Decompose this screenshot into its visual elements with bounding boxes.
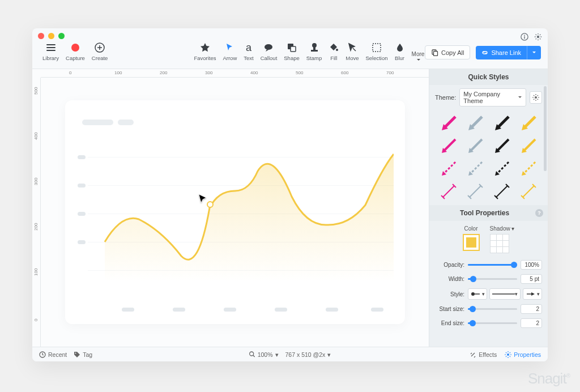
style-preset[interactable] (489, 157, 515, 180)
svg-point-34 (75, 352, 76, 353)
style-preset[interactable] (462, 157, 488, 180)
minimize-icon[interactable] (48, 33, 54, 39)
endsize-label: End size: (435, 320, 464, 326)
more-button[interactable]: More (412, 51, 425, 57)
label: Create (92, 55, 108, 61)
width-slider[interactable] (468, 278, 517, 280)
svg-point-6 (265, 44, 272, 50)
svg-line-20 (470, 186, 481, 197)
create-button[interactable]: Create (88, 42, 112, 61)
line-style-select[interactable]: ▾ (489, 288, 521, 300)
opacity-value[interactable]: 100% (521, 260, 542, 270)
stamp-tool[interactable]: Stamp (303, 42, 325, 61)
svg-point-36 (507, 353, 509, 356)
properties-button[interactable]: Properties (505, 351, 541, 358)
opacity-slider[interactable] (468, 264, 517, 266)
shape-tool[interactable]: Shape (280, 42, 302, 61)
svg-rect-8 (291, 46, 296, 52)
statusbar: Recent Tag 100% ▾ 767 x 510 @2x ▾ Effect… (32, 347, 548, 361)
chart-line (88, 146, 394, 282)
theme-label: Theme: (435, 94, 456, 101)
width-value[interactable]: 5 pt (521, 274, 542, 284)
style-preset[interactable] (515, 180, 542, 203)
svg-point-4 (71, 44, 79, 52)
svg-point-3 (537, 36, 539, 38)
move-tool[interactable]: Move (342, 42, 362, 61)
style-preset[interactable] (489, 112, 515, 135)
tool-props-header: Tool Properties? (429, 205, 548, 221)
theme-settings-button[interactable] (530, 91, 542, 104)
capture-button[interactable]: Capture (62, 42, 88, 61)
effects-button[interactable]: Effects (470, 351, 497, 358)
share-link-button[interactable]: Share Link (476, 46, 541, 59)
label: Copy All (441, 49, 464, 56)
startsize-value[interactable]: 2 (521, 304, 542, 314)
chart-marker[interactable] (207, 201, 214, 208)
endsize-slider[interactable] (468, 322, 517, 324)
color-label: Color (463, 225, 480, 232)
opacity-label: Opacity: (435, 262, 464, 268)
right-panel: Quick Styles Theme: My Company Theme Too… (429, 69, 548, 347)
style-preset[interactable] (515, 157, 542, 180)
label: Favorites (194, 55, 216, 61)
startsize-slider[interactable] (468, 308, 517, 310)
style-preset[interactable] (435, 157, 462, 180)
style-preset[interactable] (515, 112, 542, 135)
recent-button[interactable]: Recent (39, 351, 67, 358)
ruler-horizontal: 010020030040050060070080 (41, 69, 429, 78)
share-dropdown[interactable] (527, 46, 541, 59)
label: Share Link (491, 49, 521, 56)
chart-card (65, 100, 405, 324)
copy-all-button[interactable]: Copy All (425, 45, 470, 59)
fill-tool[interactable]: Fill (325, 42, 342, 61)
style-preset[interactable] (435, 112, 462, 135)
tag-button[interactable]: Tag (74, 351, 92, 358)
shadow-label: Shadow ▾ (490, 225, 515, 232)
svg-line-26 (523, 186, 534, 197)
arrow-tool[interactable]: Arrow (219, 42, 240, 61)
style-preset[interactable] (489, 180, 515, 203)
style-preset[interactable] (435, 180, 462, 203)
label: Move (346, 55, 359, 61)
quick-styles-header: Quick Styles (429, 69, 548, 85)
canvas[interactable] (41, 78, 429, 347)
selection-tool[interactable]: Selection (362, 42, 391, 61)
svg-point-35 (250, 352, 254, 356)
favorites-button[interactable]: Favorites (190, 42, 219, 61)
library-button[interactable]: Library (39, 42, 62, 61)
style-preset[interactable] (462, 135, 488, 157)
end-cap-select[interactable]: ▾ (523, 288, 542, 300)
scrollbar[interactable] (544, 86, 547, 171)
label: Capture (66, 55, 85, 61)
styles-grid (429, 110, 548, 205)
text-tool[interactable]: aText (240, 42, 257, 61)
blur-tool[interactable]: Blur (391, 42, 408, 61)
label: Arrow (223, 55, 237, 61)
svg-line-23 (496, 186, 508, 197)
canvas-area: 010020030040050060070080 500400300200100… (32, 69, 429, 347)
chart (88, 157, 394, 301)
style-preset[interactable] (515, 135, 542, 157)
close-icon[interactable] (38, 33, 44, 39)
help-icon[interactable]: ? (535, 209, 543, 217)
color-swatch[interactable] (463, 234, 480, 251)
label: Library (42, 55, 59, 61)
style-preset[interactable] (489, 135, 515, 157)
shadow-picker[interactable] (490, 234, 509, 253)
style-preset[interactable] (462, 112, 488, 135)
dimensions-display[interactable]: 767 x 510 @2x ▾ (285, 351, 331, 358)
svg-point-29 (471, 292, 475, 296)
style-label: Style: (435, 291, 464, 297)
svg-line-17 (443, 186, 454, 197)
titlebar (32, 28, 548, 39)
endsize-value[interactable]: 2 (521, 318, 542, 328)
style-preset[interactable] (435, 135, 462, 157)
maximize-icon[interactable] (58, 33, 65, 39)
zoom-display[interactable]: 100% ▾ (249, 351, 279, 358)
style-preset[interactable] (462, 180, 488, 203)
svg-rect-13 (373, 44, 381, 52)
theme-select[interactable]: My Company Theme (459, 88, 526, 106)
callout-tool[interactable]: Callout (257, 42, 281, 61)
start-cap-select[interactable]: ▾ (468, 288, 487, 300)
svg-point-12 (336, 49, 338, 51)
